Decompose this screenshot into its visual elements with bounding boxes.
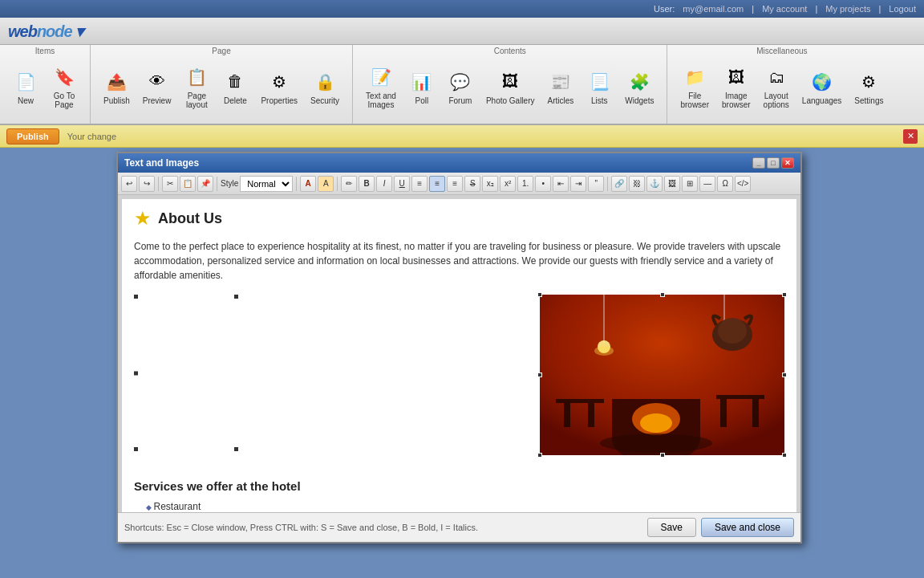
- et-ul-button[interactable]: •: [535, 176, 551, 192]
- sel-handle-mid-left[interactable]: [537, 372, 542, 377]
- et-subscript-button[interactable]: x₂: [482, 176, 498, 192]
- properties-icon: ⚙: [266, 69, 292, 95]
- publish-toolbar-button[interactable]: 📤 Publish: [99, 66, 135, 108]
- file-browser-label: Filebrowser: [680, 92, 709, 109]
- poll-button[interactable]: 📊 Poll: [404, 66, 440, 108]
- et-blockquote-button[interactable]: ": [588, 176, 604, 192]
- sel-handle-top-center[interactable]: [660, 292, 665, 297]
- main-area: Concierge Free Mini-bar Safe at receptio…: [0, 148, 924, 578]
- poll-icon: 📊: [409, 69, 435, 95]
- lists-label: Lists: [591, 96, 608, 105]
- topbar: User: my@email.com | My account | My pro…: [0, 0, 924, 18]
- delete-icon: 🗑: [222, 69, 248, 95]
- hotel-image: [540, 295, 784, 455]
- sel-handle-br-text: [234, 447, 238, 451]
- et-pencil-button[interactable]: ✏: [341, 176, 357, 192]
- et-source-button[interactable]: </>: [735, 176, 751, 192]
- preview-button[interactable]: 👁 Preview: [138, 66, 176, 108]
- et-undo-button[interactable]: ↩: [121, 176, 137, 192]
- et-image-button[interactable]: 🖼: [664, 176, 680, 192]
- articles-button[interactable]: 📰 Articles: [543, 66, 579, 108]
- et-underline-button[interactable]: U: [394, 176, 410, 192]
- et-link-button[interactable]: 🔗: [611, 176, 627, 192]
- delete-button[interactable]: 🗑 Delete: [217, 66, 253, 108]
- et-align-right-button[interactable]: ≡: [447, 176, 463, 192]
- goto-page-button[interactable]: 🔖 Go ToPage: [47, 61, 82, 112]
- widgets-button[interactable]: 🧩 Widgets: [620, 66, 659, 108]
- logout-link[interactable]: Logout: [889, 4, 916, 14]
- page-layout-button[interactable]: 📋 Pagelayout: [179, 61, 214, 112]
- security-label: Security: [310, 96, 339, 105]
- et-paste-button[interactable]: 📌: [197, 176, 213, 192]
- et-copy-button[interactable]: 📋: [180, 176, 196, 192]
- publish-button[interactable]: Publish: [6, 128, 59, 144]
- contents-section-label: Contents: [494, 47, 526, 55]
- et-outdent-button[interactable]: ⇤: [553, 176, 569, 192]
- sel-handle-bot-right[interactable]: [782, 453, 787, 458]
- layout-options-button[interactable]: 🗂 Layoutoptions: [759, 61, 794, 112]
- properties-button[interactable]: ⚙ Properties: [256, 66, 302, 108]
- et-bold-button[interactable]: B: [359, 176, 375, 192]
- my-projects-link[interactable]: My projects: [825, 4, 870, 14]
- photo-gallery-icon: 🖼: [497, 69, 523, 95]
- publish-icon: 📤: [103, 69, 129, 95]
- et-anchor-button[interactable]: ⚓: [646, 176, 663, 192]
- et-cut-button[interactable]: ✂: [162, 176, 178, 192]
- dialog-close-button[interactable]: ✕: [781, 157, 794, 169]
- settings-label: Settings: [854, 96, 883, 105]
- settings-icon: ⚙: [856, 69, 881, 95]
- save-button[interactable]: Save: [647, 518, 696, 537]
- et-superscript-button[interactable]: x²: [500, 176, 516, 192]
- star-icon: ★: [134, 207, 152, 230]
- hotel-image-container[interactable]: [540, 295, 784, 455]
- editor-content-area[interactable]: ★ About Us Come to the perfect place to …: [118, 195, 800, 512]
- save-close-button[interactable]: Save and close: [701, 518, 794, 537]
- sel-handle-tr-text: [234, 295, 238, 299]
- text-images-button[interactable]: 📝 Text andImages: [361, 61, 401, 112]
- et-unlink-button[interactable]: ⛓: [629, 176, 645, 192]
- et-redo-button[interactable]: ↪: [139, 176, 155, 192]
- file-browser-button[interactable]: 📁 Filebrowser: [675, 61, 714, 112]
- sel-handle-bot-center[interactable]: [660, 453, 665, 458]
- sel-handle-mid-right[interactable]: [782, 372, 787, 377]
- sel-handle-top-right[interactable]: [782, 292, 787, 297]
- et-special-char-button[interactable]: Ω: [717, 176, 733, 192]
- sel-handle-top-left[interactable]: [537, 292, 542, 297]
- delete-label: Delete: [224, 96, 247, 105]
- lists-button[interactable]: 📃 Lists: [582, 66, 617, 108]
- security-button[interactable]: 🔒 Security: [306, 66, 344, 108]
- new-label: New: [18, 96, 34, 105]
- my-account-link[interactable]: My account: [762, 4, 807, 14]
- text-images-dialog: Text and Images _ □ ✕ ↩ ↪ ✂ 📋 📌 Style No…: [116, 152, 802, 543]
- dialog-maximize-button[interactable]: □: [767, 157, 780, 169]
- et-font-color-button[interactable]: A: [300, 176, 316, 192]
- style-label: Style: [221, 179, 238, 188]
- text-images-label: Text andImages: [366, 92, 396, 109]
- close-notice-button[interactable]: ✕: [903, 129, 918, 144]
- et-italic-button[interactable]: I: [376, 176, 392, 192]
- et-sep3: [296, 177, 297, 191]
- et-font-bg-button[interactable]: A: [318, 176, 334, 192]
- et-ol-button[interactable]: 1.: [517, 176, 533, 192]
- sel-handle-bl-text: [134, 447, 138, 451]
- et-sep5: [607, 177, 608, 191]
- et-indent-button[interactable]: ⇥: [570, 176, 586, 192]
- et-hr-button[interactable]: —: [699, 176, 715, 192]
- photo-gallery-button[interactable]: 🖼 Photo Gallery: [481, 66, 540, 108]
- topbar-sep1: |: [752, 4, 754, 14]
- sel-handle-bot-left[interactable]: [537, 453, 542, 458]
- image-browser-button[interactable]: 🖼 Imagebrowser: [717, 61, 756, 112]
- new-button[interactable]: 📄 New: [8, 66, 43, 108]
- editor-toolbar: ↩ ↪ ✂ 📋 📌 Style Normal A A ✏ B I U ≡ ≡ ≡…: [118, 173, 800, 195]
- style-select[interactable]: Normal: [240, 176, 293, 192]
- user-email[interactable]: my@email.com: [683, 4, 744, 14]
- et-table-button[interactable]: ⊞: [682, 176, 698, 192]
- forum-button[interactable]: 💬 Forum: [443, 66, 478, 108]
- settings-button[interactable]: ⚙ Settings: [849, 66, 888, 108]
- et-strikethrough-button[interactable]: S: [464, 176, 480, 192]
- languages-button[interactable]: 🌍 Languages: [797, 66, 847, 108]
- dialog-minimize-button[interactable]: _: [752, 157, 765, 169]
- et-align-center-button[interactable]: ≡: [429, 176, 445, 192]
- toolbar-items-section: Items 📄 New 🔖 Go ToPage: [0, 45, 91, 124]
- et-align-left-button[interactable]: ≡: [411, 176, 428, 192]
